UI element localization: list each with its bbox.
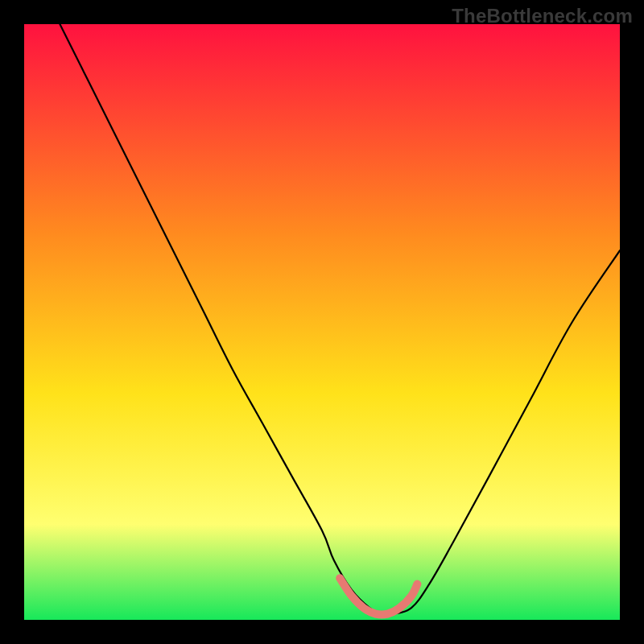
chart-svg <box>24 24 620 620</box>
plot-area <box>24 24 620 620</box>
watermark-text: TheBottleneck.com <box>452 5 633 27</box>
chart-frame: TheBottleneck.com <box>0 0 644 644</box>
